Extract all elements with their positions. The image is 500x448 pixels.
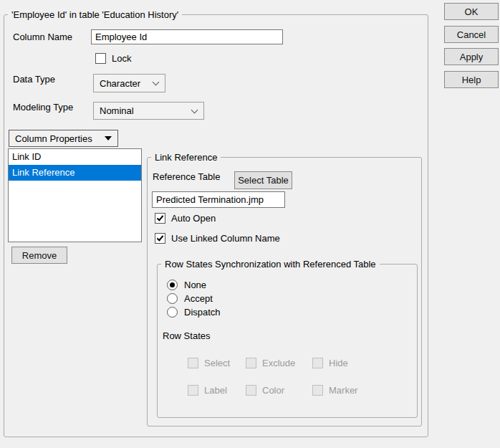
checkmark-icon <box>157 214 164 221</box>
cancel-button[interactable]: Cancel <box>444 26 499 43</box>
hide-checkbox-label: Hide <box>329 358 348 368</box>
reference-table-label: Reference Table <box>153 171 220 183</box>
link-reference-title: Link Reference <box>151 151 221 163</box>
modeling-type-dropdown[interactable]: Nominal <box>93 102 204 120</box>
column-properties-list: Link ID Link Reference <box>8 148 142 242</box>
auto-open-checkbox[interactable]: Auto Open <box>155 213 216 224</box>
data-type-value: Character <box>100 78 140 89</box>
chevron-down-icon <box>153 79 160 86</box>
radio-accept[interactable]: Accept <box>167 293 213 304</box>
radio-none[interactable]: None <box>167 280 206 290</box>
color-checkbox-label: Color <box>262 385 284 396</box>
exclude-checkbox-box[interactable] <box>246 358 256 368</box>
radio-none-circle[interactable] <box>167 280 178 290</box>
apply-button[interactable]: Apply <box>444 48 499 65</box>
select-checkbox-box[interactable] <box>188 358 198 368</box>
marker-checkbox-label: Marker <box>329 385 357 396</box>
triangle-down-icon <box>105 136 112 140</box>
ok-button-label: OK <box>465 6 479 17</box>
list-item-link-reference[interactable]: Link Reference <box>9 165 141 181</box>
column-name-input[interactable] <box>91 29 283 44</box>
exclude-row-state-checkbox[interactable]: Exclude <box>246 358 295 368</box>
auto-open-checkbox-box[interactable] <box>155 213 165 224</box>
ok-button[interactable]: OK <box>444 3 499 20</box>
remove-button[interactable]: Remove <box>11 247 67 264</box>
label-checkbox-box[interactable] <box>188 385 198 396</box>
label-row-state-checkbox[interactable]: Label <box>188 385 227 396</box>
radio-dispatch-label: Dispatch <box>184 307 221 318</box>
select-checkbox-label: Select <box>204 358 230 368</box>
apply-button-label: Apply <box>460 52 484 62</box>
radio-dot-icon <box>170 282 175 287</box>
column-properties-menu-button[interactable]: Column Properties <box>9 130 118 147</box>
use-linked-column-name-label: Use Linked Column Name <box>171 233 280 244</box>
radio-dispatch-circle[interactable] <box>167 307 178 318</box>
radio-none-label: None <box>184 280 206 290</box>
radio-dispatch[interactable]: Dispatch <box>167 307 221 318</box>
dialog-title: 'Employee Id' in table 'Education Histor… <box>8 9 182 21</box>
radio-accept-circle[interactable] <box>167 293 178 304</box>
data-type-label: Data Type <box>13 74 55 85</box>
exclude-checkbox-label: Exclude <box>262 358 295 368</box>
cancel-button-label: Cancel <box>457 29 486 40</box>
color-checkbox-box[interactable] <box>246 385 256 396</box>
select-row-state-checkbox[interactable]: Select <box>188 358 230 368</box>
row-states-sync-title: Row States Synchronization with Referenc… <box>161 258 380 270</box>
list-item-link-id[interactable]: Link ID <box>9 149 141 165</box>
checkmark-icon <box>157 234 164 241</box>
radio-accept-label: Accept <box>184 293 213 304</box>
hide-row-state-checkbox[interactable]: Hide <box>312 358 348 368</box>
column-info-dialog: OK Cancel Apply Help 'Employee Id' in ta… <box>0 0 500 448</box>
marker-checkbox-box[interactable] <box>312 385 323 396</box>
column-properties-menu-label: Column Properties <box>15 133 92 144</box>
lock-checkbox[interactable]: Lock <box>95 53 131 64</box>
use-linked-column-name-checkbox-box[interactable] <box>155 233 165 244</box>
hide-checkbox-box[interactable] <box>312 358 323 368</box>
select-table-button-label: Select Table <box>238 175 289 186</box>
help-button-label: Help <box>462 75 481 85</box>
reference-table-input[interactable] <box>152 191 285 208</box>
row-states-label: Row States <box>163 330 210 342</box>
column-name-label: Column Name <box>13 32 72 43</box>
auto-open-label: Auto Open <box>171 213 216 224</box>
data-type-dropdown[interactable]: Character <box>93 74 165 92</box>
label-checkbox-label: Label <box>204 385 227 396</box>
chevron-down-icon <box>191 106 198 113</box>
lock-checkbox-label: Lock <box>112 53 131 64</box>
lock-checkbox-box[interactable] <box>95 53 106 64</box>
select-table-button[interactable]: Select Table <box>234 171 292 189</box>
remove-button-label: Remove <box>22 250 57 261</box>
modeling-type-value: Nominal <box>100 105 134 116</box>
help-button[interactable]: Help <box>444 71 499 88</box>
modeling-type-label: Modeling Type <box>13 102 73 113</box>
marker-row-state-checkbox[interactable]: Marker <box>312 385 357 396</box>
color-row-state-checkbox[interactable]: Color <box>246 385 284 396</box>
use-linked-column-name-checkbox[interactable]: Use Linked Column Name <box>155 233 280 244</box>
